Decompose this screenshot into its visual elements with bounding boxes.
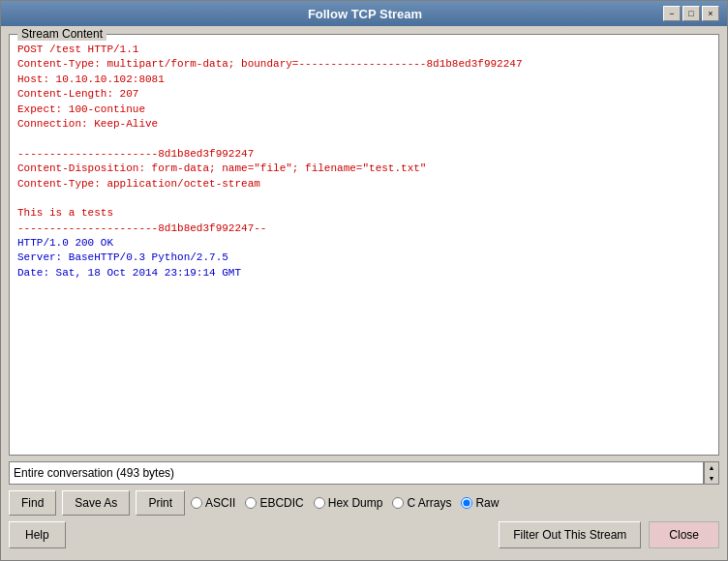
radio-label-text-hex_dump: Hex Dump — [328, 496, 383, 510]
radio-label-ebcdic[interactable]: EBCDIC — [245, 496, 303, 510]
right-buttons: Filter Out This Stream Close — [499, 521, 719, 548]
radio-ascii[interactable] — [191, 497, 202, 509]
radio-label-ascii[interactable]: ASCII — [191, 496, 235, 510]
radio-label-c_arrays[interactable]: C Arrays — [392, 496, 451, 510]
minimize-button[interactable]: − — [663, 6, 681, 21]
radio-label-raw[interactable]: Raw — [461, 496, 499, 510]
dropdown-wrapper: Entire conversation (493 bytes)Client tr… — [9, 461, 719, 485]
radio-label-text-ebcdic: EBCDIC — [259, 496, 303, 510]
controls-row: Find Save As Print ASCIIEBCDICHex DumpC … — [9, 490, 719, 516]
print-button[interactable]: Print — [136, 490, 185, 516]
radio-c_arrays[interactable] — [392, 497, 404, 509]
stream-text-area[interactable]: POST /test HTTP/1.1 Content-Type: multip… — [14, 39, 714, 451]
spinner-up-button[interactable]: ▲ — [705, 462, 718, 473]
dropdown-spinner: ▲ ▼ — [704, 461, 719, 485]
main-content: Stream Content POST /test HTTP/1.1 Conte… — [1, 26, 727, 560]
radio-label-text-ascii: ASCII — [205, 496, 235, 510]
close-window-button[interactable]: × — [702, 6, 719, 21]
titlebar-controls: − □ × — [663, 6, 719, 21]
window: Follow TCP Stream − □ × Stream Content P… — [0, 0, 728, 561]
stream-content-group: Stream Content POST /test HTTP/1.1 Conte… — [9, 34, 719, 456]
stream-content-label: Stream Content — [17, 27, 106, 41]
conversation-dropdown[interactable]: Entire conversation (493 bytes)Client tr… — [9, 461, 704, 485]
save-as-button[interactable]: Save As — [62, 490, 130, 516]
close-button[interactable]: Close — [649, 521, 719, 548]
radio-label-text-c_arrays: C Arrays — [407, 496, 451, 510]
filter-out-button[interactable]: Filter Out This Stream — [499, 521, 641, 548]
find-button[interactable]: Find — [9, 490, 56, 516]
bottom-row: Help Filter Out This Stream Close — [9, 521, 719, 552]
titlebar: Follow TCP Stream − □ × — [1, 1, 727, 26]
format-radio-group: ASCIIEBCDICHex DumpC ArraysRaw — [191, 496, 499, 510]
help-button[interactable]: Help — [9, 521, 66, 548]
spinner-down-button[interactable]: ▼ — [705, 473, 718, 484]
radio-raw[interactable] — [461, 497, 472, 509]
radio-ebcdic[interactable] — [245, 497, 257, 509]
radio-hex_dump[interactable] — [314, 497, 325, 509]
maximize-button[interactable]: □ — [682, 6, 700, 21]
radio-label-text-raw: Raw — [475, 496, 499, 510]
radio-label-hex_dump[interactable]: Hex Dump — [314, 496, 383, 510]
window-title: Follow TCP Stream — [67, 7, 663, 21]
